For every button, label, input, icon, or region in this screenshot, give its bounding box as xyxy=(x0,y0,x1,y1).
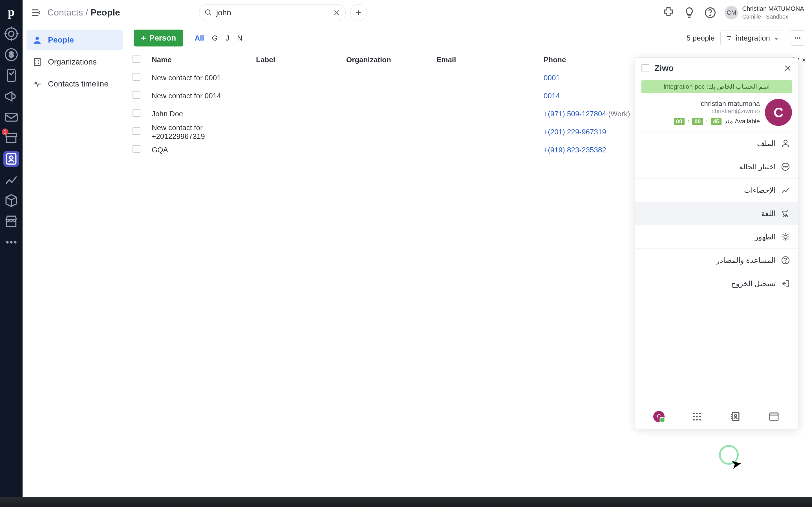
svg-point-72 xyxy=(699,419,701,420)
ziwo-menu-icon xyxy=(781,232,790,242)
svg-rect-11 xyxy=(7,136,16,143)
sidebar-item-people[interactable]: People xyxy=(27,30,123,50)
ziwo-menu-item[interactable]: الملف xyxy=(635,131,798,155)
ziwo-menu-label: اختيار الحالة xyxy=(739,163,776,171)
ziwo-bottom-bar: C xyxy=(635,404,798,429)
sidebar-item-organizations[interactable]: Organizations xyxy=(27,52,123,72)
svg-point-77 xyxy=(735,414,737,416)
gear-icon[interactable] xyxy=(801,57,808,63)
contacts-book-icon[interactable] xyxy=(729,410,742,423)
alpha-g[interactable]: G xyxy=(212,34,218,43)
svg-rect-14 xyxy=(7,219,16,227)
ziwo-menu-item[interactable]: الإحصاءات xyxy=(635,178,798,202)
svg-point-71 xyxy=(696,419,698,420)
clear-search-icon[interactable] xyxy=(333,9,340,16)
svg-point-46 xyxy=(784,140,787,144)
row-checkbox[interactable] xyxy=(127,123,146,141)
window-icon[interactable] xyxy=(768,410,780,423)
breadcrumb-sep: / xyxy=(83,7,91,17)
menu-toggle-icon[interactable] xyxy=(31,7,42,18)
cell-name[interactable]: New contact for 0001 xyxy=(146,69,250,87)
dialpad-icon[interactable] xyxy=(691,410,703,423)
user-menu[interactable]: CM Christian MATUMONA Camille - Sandbox xyxy=(725,5,804,20)
toolbar-right: 5 people integration xyxy=(687,30,805,46)
nav-badge: 1 xyxy=(2,128,8,135)
lightbulb-icon[interactable] xyxy=(683,6,696,19)
nav-archive-icon[interactable]: 1 xyxy=(3,130,19,146)
sidebar-label: Organizations xyxy=(48,57,97,66)
row-checkbox[interactable] xyxy=(127,141,146,159)
svg-point-0 xyxy=(5,28,17,40)
search-input[interactable] xyxy=(216,8,329,17)
app-root: p $ 1 xyxy=(0,0,812,507)
svg-point-40 xyxy=(795,38,796,39)
nav-mail-icon[interactable] xyxy=(3,109,19,125)
cell-name[interactable]: New contact for +201229967319 xyxy=(146,123,250,141)
nav-more-icon[interactable] xyxy=(3,234,19,250)
cell-name[interactable]: New contact for 0014 xyxy=(146,87,250,105)
ziwo-menu-item[interactable]: الظهور xyxy=(635,225,798,248)
user-company: Camille - Sandbox xyxy=(742,13,804,20)
sidebar-label: People xyxy=(48,36,74,45)
svg-point-49 xyxy=(785,166,786,167)
cell-name[interactable]: GQA xyxy=(146,141,250,159)
more-options-button[interactable] xyxy=(790,31,805,46)
ziwo-menu-item[interactable]: المساعدة والمصادر xyxy=(635,248,798,272)
search-field[interactable] xyxy=(199,4,346,21)
ziwo-menu-icon xyxy=(781,256,790,265)
help-icon[interactable] xyxy=(704,6,717,19)
svg-point-50 xyxy=(786,166,788,167)
plus-icon: + xyxy=(141,34,146,42)
nav-megaphone-icon[interactable] xyxy=(3,89,19,104)
cell-name[interactable]: John Doe xyxy=(146,105,250,123)
row-checkbox[interactable] xyxy=(127,87,146,105)
nav-clipboard-icon[interactable] xyxy=(3,68,19,83)
nav-marketplace-icon[interactable] xyxy=(3,214,19,229)
nav-products-icon[interactable] xyxy=(3,193,19,209)
row-checkbox[interactable] xyxy=(127,105,146,123)
svg-text:A: A xyxy=(785,213,788,217)
ziwo-menu-item[interactable]: Aاللغة xyxy=(635,202,798,225)
sidebar-item-timeline[interactable]: Contacts timeline xyxy=(27,74,123,94)
ziwo-menu-item[interactable]: اختيار الحالة xyxy=(635,155,798,178)
svg-point-52 xyxy=(784,235,787,238)
svg-line-57 xyxy=(783,234,783,235)
nav-target-icon[interactable] xyxy=(3,26,19,42)
nav-insights-icon[interactable] xyxy=(3,172,19,187)
filter-dropdown[interactable]: integration xyxy=(720,30,784,46)
add-person-button[interactable]: + Person xyxy=(134,30,183,47)
content: + Person All G J N 5 people xyxy=(127,25,812,507)
header-label[interactable]: Label xyxy=(250,51,341,69)
alpha-all[interactable]: All xyxy=(195,34,204,43)
breadcrumb-root[interactable]: Contacts xyxy=(47,7,83,17)
header-email[interactable]: Email xyxy=(431,51,538,69)
header-checkbox[interactable] xyxy=(127,51,146,69)
table-wrap: Name Label Organization Email Phone acti… xyxy=(127,51,812,507)
quick-add-button[interactable] xyxy=(350,4,367,21)
ziwo-checkbox[interactable] xyxy=(642,64,649,72)
ziwo-menu-label: تسجيل الخروج xyxy=(731,279,776,288)
header-name[interactable]: Name xyxy=(146,51,250,69)
result-count: 5 people xyxy=(687,34,715,43)
alpha-n[interactable]: N xyxy=(237,34,243,43)
svg-rect-9 xyxy=(5,113,17,121)
ziwo-close-icon[interactable] xyxy=(783,64,792,72)
svg-line-58 xyxy=(788,239,788,240)
logo-pipedrive[interactable]: p xyxy=(2,3,20,21)
nav-contacts-icon[interactable] xyxy=(3,151,19,167)
row-checkbox[interactable] xyxy=(127,69,146,87)
cell-email xyxy=(431,87,538,105)
svg-point-69 xyxy=(699,416,701,417)
alpha-j[interactable]: J xyxy=(225,34,229,43)
ziwo-bottom-avatar[interactable]: C xyxy=(653,411,665,422)
user-avatar: CM xyxy=(725,6,738,19)
svg-point-62 xyxy=(785,262,786,263)
filter-label: integration xyxy=(736,34,770,43)
svg-point-43 xyxy=(803,59,805,61)
nav-deals-icon[interactable]: $ xyxy=(3,47,19,62)
extensions-icon[interactable] xyxy=(662,6,675,19)
ziwo-menu-item[interactable]: تسجيل الخروج xyxy=(635,272,798,295)
ziwo-menu-label: الظهور xyxy=(755,233,776,241)
ziwo-avatar[interactable]: C xyxy=(765,99,792,126)
header-org[interactable]: Organization xyxy=(341,51,431,69)
